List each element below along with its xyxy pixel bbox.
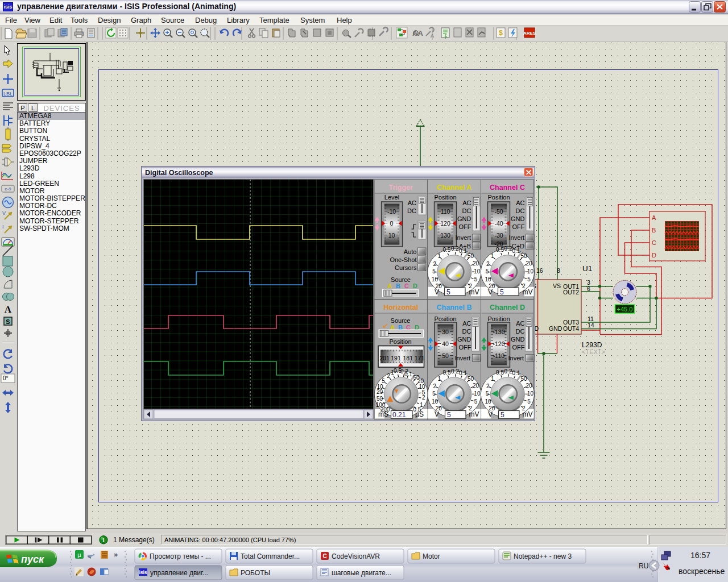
svg-text:U1: U1 xyxy=(582,264,592,273)
svg-text:5: 5 xyxy=(447,411,451,419)
svg-text:isis: isis xyxy=(139,569,147,575)
svg-text:mV: mV xyxy=(469,410,479,418)
svg-text:16: 16 xyxy=(536,267,543,274)
svg-text:191: 191 xyxy=(391,355,401,361)
svg-text:Channel D: Channel D xyxy=(490,304,525,311)
svg-text:130: 130 xyxy=(440,232,450,239)
svg-text:B: B xyxy=(396,282,400,289)
svg-text:181: 181 xyxy=(403,355,413,361)
svg-text:5: 5 xyxy=(500,288,504,296)
svg-text:171: 171 xyxy=(415,355,425,361)
svg-text:V: V xyxy=(488,288,493,296)
svg-text:Notepad++ - new 3: Notepad++ - new 3 xyxy=(514,552,572,560)
svg-text:I: I xyxy=(2,224,4,230)
svg-text:OFF: OFF xyxy=(459,223,471,230)
svg-text:50: 50 xyxy=(442,352,449,359)
svg-text:0.21: 0.21 xyxy=(392,411,406,419)
svg-text:РОБОТЫ: РОБОТЫ xyxy=(241,569,270,577)
svg-text:+45.0: +45.0 xyxy=(617,306,633,313)
svg-text:B: B xyxy=(652,227,656,234)
svg-text:14: 14 xyxy=(588,322,594,329)
svg-text:6: 6 xyxy=(587,285,590,292)
svg-text:D: D xyxy=(413,282,417,289)
svg-text:AC: AC xyxy=(462,320,471,327)
svg-text:Auto: Auto xyxy=(404,248,417,255)
svg-text:C: C xyxy=(652,239,656,246)
svg-text:V: V xyxy=(435,288,439,296)
svg-text:S: S xyxy=(6,318,10,325)
svg-text:Channel A: Channel A xyxy=(437,184,471,192)
svg-text:Channel B: Channel B xyxy=(437,304,472,311)
svg-text:CodeVisionAVR: CodeVisionAVR xyxy=(332,552,380,560)
svg-text:e-9: e-9 xyxy=(5,186,11,192)
svg-text:Trigger: Trigger xyxy=(389,184,413,192)
svg-text:120: 120 xyxy=(440,220,450,227)
svg-text:Cursors: Cursors xyxy=(395,264,417,271)
svg-text:mV: mV xyxy=(469,288,479,296)
svg-text:OUT2: OUT2 xyxy=(563,289,579,296)
svg-text:One-Shot: One-Shot xyxy=(390,256,416,263)
svg-text:управление двиг...: управление двиг... xyxy=(150,569,208,577)
svg-text:A: A xyxy=(5,304,12,315)
svg-text:V: V xyxy=(435,410,439,418)
svg-text:GND: GND xyxy=(549,325,562,332)
svg-text:Invert: Invert xyxy=(508,355,524,361)
svg-text:201: 201 xyxy=(379,355,390,361)
svg-text:DC: DC xyxy=(407,207,416,214)
svg-text:110: 110 xyxy=(441,208,450,215)
svg-text:mV: mV xyxy=(523,288,533,296)
svg-text:5: 5 xyxy=(446,288,450,296)
svg-text:0: 0 xyxy=(390,220,394,227)
svg-text:Level: Level xyxy=(384,194,399,201)
svg-text:10: 10 xyxy=(388,232,395,239)
svg-text:Position: Position xyxy=(487,194,510,201)
svg-text:GND: GND xyxy=(511,336,525,343)
svg-text:Invert: Invert xyxy=(508,234,524,241)
svg-text:-110: -110 xyxy=(493,352,504,359)
svg-text:$: $ xyxy=(499,29,503,37)
svg-text:-50: -50 xyxy=(494,208,503,215)
svg-text:16:57: 16:57 xyxy=(690,551,710,560)
svg-text:A: A xyxy=(652,214,656,221)
svg-text:-40: -40 xyxy=(494,220,503,227)
svg-text:DC: DC xyxy=(516,207,525,214)
svg-text:-130: -130 xyxy=(493,329,504,335)
svg-text:-120: -120 xyxy=(493,340,504,347)
svg-text:»: » xyxy=(114,550,118,559)
svg-text:D: D xyxy=(652,252,656,259)
svg-text:Total Commander...: Total Commander... xyxy=(241,552,300,560)
svg-text:AC: AC xyxy=(516,199,524,206)
svg-text:Motor: Motor xyxy=(423,552,440,560)
svg-text:LBL: LBL xyxy=(3,91,13,97)
svg-text:0°: 0° xyxy=(3,375,9,381)
svg-text:VS: VS xyxy=(553,282,561,289)
svg-text:i: i xyxy=(102,537,104,543)
svg-text:-10: -10 xyxy=(387,208,396,215)
svg-text:C: C xyxy=(404,282,409,289)
svg-text:Position: Position xyxy=(487,315,510,322)
svg-text:GND: GND xyxy=(457,336,471,343)
svg-text:Digital Oscilloscope: Digital Oscilloscope xyxy=(145,169,213,177)
svg-text:8: 8 xyxy=(557,267,560,274)
svg-text:1 Message(s): 1 Message(s) xyxy=(113,536,155,544)
svg-text:30: 30 xyxy=(442,329,449,335)
svg-text:AC: AC xyxy=(462,199,471,206)
svg-text:5: 5 xyxy=(500,411,504,419)
svg-text:Invert: Invert xyxy=(454,355,470,361)
svg-text:C: C xyxy=(322,553,326,559)
svg-text:V: V xyxy=(488,410,493,418)
svg-text:DC: DC xyxy=(462,328,471,335)
svg-text:пуск: пуск xyxy=(21,554,44,565)
svg-text:Source: Source xyxy=(391,317,411,324)
svg-text:Position: Position xyxy=(434,315,456,322)
svg-text:mV: mV xyxy=(523,410,533,418)
svg-text:Invert: Invert xyxy=(455,234,471,241)
svg-text:L293D: L293D xyxy=(582,341,602,349)
svg-text:mS: mS xyxy=(378,410,388,418)
svg-text:Position: Position xyxy=(434,194,456,201)
svg-text:µS: µS xyxy=(415,410,424,418)
svg-text:A: A xyxy=(387,282,392,289)
svg-text:40: 40 xyxy=(442,340,449,347)
svg-text:Channel C: Channel C xyxy=(490,184,525,192)
svg-text:AC: AC xyxy=(408,199,416,206)
